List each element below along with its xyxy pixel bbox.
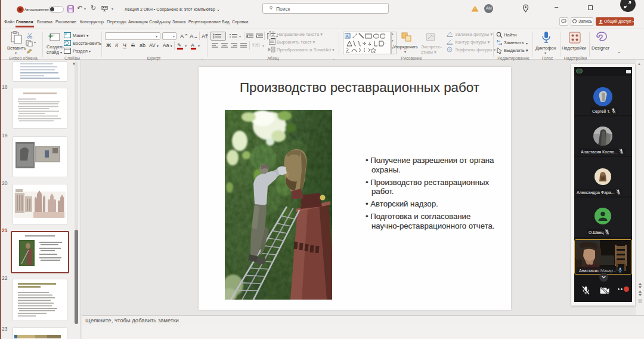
svg-text:A: A [346,34,349,38]
